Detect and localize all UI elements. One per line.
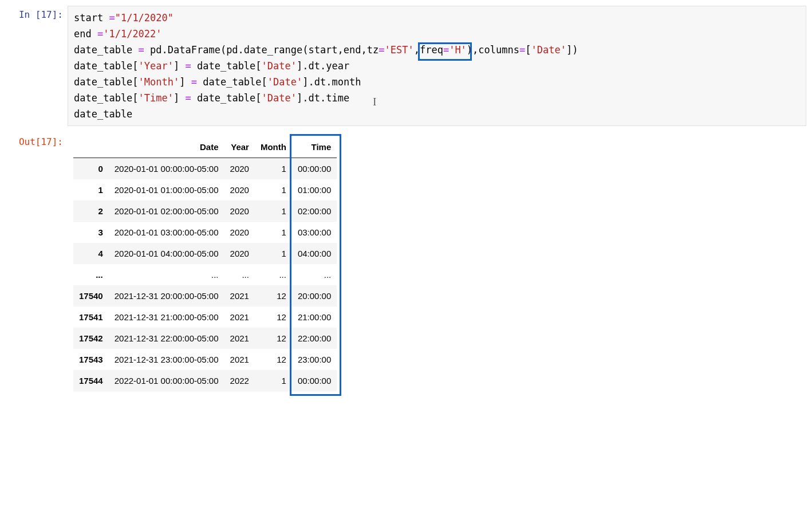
code-text: ].dt.time xyxy=(297,92,349,104)
cell-time: 00:00:00 xyxy=(292,158,337,180)
code-text: ]) xyxy=(566,44,578,56)
row-index: 0 xyxy=(73,158,109,180)
table-row: 22020-01-01 02:00:00-05:002020102:00:00 xyxy=(73,201,337,222)
cell-date: 2021-12-31 20:00:00-05:00 xyxy=(109,285,224,306)
code-text: date_table[ xyxy=(191,60,262,72)
row-index: 1 xyxy=(73,179,109,201)
cell-year: 2020 xyxy=(224,179,255,201)
cell-year: 2020 xyxy=(224,222,255,243)
cell-time: 21:00:00 xyxy=(292,306,337,328)
table-row: 175422021-12-31 22:00:00-05:0020211222:0… xyxy=(73,328,337,349)
cell-time: 01:00:00 xyxy=(292,179,337,201)
row-index: 17543 xyxy=(73,349,109,370)
code-text: 'EST' xyxy=(385,44,414,56)
col-header-month: Month xyxy=(255,136,292,158)
cell-month: 1 xyxy=(255,158,292,180)
code-text: = xyxy=(191,76,197,88)
cell-month: 12 xyxy=(255,349,292,370)
code-text: 'Date' xyxy=(531,44,566,56)
code-text: freq xyxy=(420,44,443,56)
cell-date: 2020-01-01 03:00:00-05:00 xyxy=(109,222,224,243)
cell-date: 2020-01-01 04:00:00-05:00 xyxy=(109,243,224,264)
code-text: = xyxy=(97,28,103,40)
code-text: = xyxy=(186,60,191,72)
table-header-row: Date Year Month Time xyxy=(73,136,337,158)
cell-date: 2021-12-31 23:00:00-05:00 xyxy=(109,349,224,370)
table-row: 175432021-12-31 23:00:00-05:0020211223:0… xyxy=(73,349,337,370)
code-text: ].dt.month xyxy=(302,76,361,88)
cell-time: ... xyxy=(292,264,337,285)
cell-date: 2021-12-31 22:00:00-05:00 xyxy=(109,328,224,349)
cell-time: 22:00:00 xyxy=(292,328,337,349)
col-header-year: Year xyxy=(224,136,255,158)
cell-date: 2021-12-31 21:00:00-05:00 xyxy=(109,306,224,328)
cell-month: 12 xyxy=(255,328,292,349)
table-row: 42020-01-01 04:00:00-05:002020104:00:00 xyxy=(73,243,337,264)
code-text: ),columns xyxy=(467,44,519,56)
code-text: ].dt.year xyxy=(297,60,349,72)
code-text: , xyxy=(414,44,420,56)
cell-year: 2021 xyxy=(224,349,255,370)
table-row: ............... xyxy=(73,264,337,285)
cell-time: 03:00:00 xyxy=(292,222,337,243)
code-text: 'H' xyxy=(449,44,467,56)
code-input[interactable]: start ="1/1/2020" end ='1/1/2022' date_t… xyxy=(68,6,806,126)
cell-date: 2020-01-01 02:00:00-05:00 xyxy=(109,201,224,222)
cell-time: 23:00:00 xyxy=(292,349,337,370)
text-cursor-icon: I xyxy=(373,94,376,111)
code-text: = xyxy=(443,44,449,56)
code-text: date_table[ xyxy=(191,92,262,104)
cell-month: 1 xyxy=(255,179,292,201)
code-text: date_table[ xyxy=(197,76,267,88)
code-text: = xyxy=(379,44,384,56)
input-prompt: In [17]: xyxy=(0,6,68,20)
code-text: date_table xyxy=(74,44,139,56)
row-index: 4 xyxy=(73,243,109,264)
dataframe-table: Date Year Month Time 02020-01-01 00:00:0… xyxy=(73,136,337,391)
cell-year: 2020 xyxy=(224,243,255,264)
index-header xyxy=(73,136,109,158)
code-text: '1/1/2022' xyxy=(103,28,161,40)
table-row: 32020-01-01 03:00:00-05:002020103:00:00 xyxy=(73,222,337,243)
row-index: ... xyxy=(73,264,109,285)
row-index: 3 xyxy=(73,222,109,243)
code-text: end xyxy=(74,28,97,40)
table-row: 02020-01-01 00:00:00-05:002020100:00:00 xyxy=(73,158,337,180)
cell-month: 12 xyxy=(255,306,292,328)
code-text: ] xyxy=(174,92,185,104)
cell-year: 2021 xyxy=(224,306,255,328)
code-text: ] xyxy=(174,60,185,72)
cell-year: ... xyxy=(224,264,255,285)
cell-date: 2022-01-01 00:00:00-05:00 xyxy=(109,370,224,391)
cell-date: 2020-01-01 01:00:00-05:00 xyxy=(109,179,224,201)
cell-time: 04:00:00 xyxy=(292,243,337,264)
code-text: 'Year' xyxy=(139,60,174,72)
output-prompt: Out[17]: xyxy=(0,133,68,147)
row-index: 17540 xyxy=(73,285,109,306)
cell-date: ... xyxy=(109,264,224,285)
code-text: [ xyxy=(525,44,531,56)
code-text: 'Date' xyxy=(267,76,302,88)
code-text: 'Time' xyxy=(139,92,174,104)
col-header-date: Date xyxy=(109,136,224,158)
table-row: 175412021-12-31 21:00:00-05:0020211221:0… xyxy=(73,306,337,328)
cell-year: 2021 xyxy=(224,328,255,349)
table-row: 175442022-01-01 00:00:00-05:002022100:00… xyxy=(73,370,337,391)
code-text: date_table[ xyxy=(74,60,139,72)
cell-date: 2020-01-01 00:00:00-05:00 xyxy=(109,158,224,180)
code-text: = xyxy=(519,44,525,56)
code-text: date_table xyxy=(74,108,132,120)
cell-year: 2020 xyxy=(224,158,255,180)
code-text: date_table[ xyxy=(74,92,139,104)
row-index: 17542 xyxy=(73,328,109,349)
cell-month: 1 xyxy=(255,201,292,222)
code-text: 'Date' xyxy=(262,92,297,104)
code-text: "1/1/2020" xyxy=(115,12,174,23)
col-header-time: Time xyxy=(292,136,337,158)
code-text: ] xyxy=(179,76,191,88)
row-index: 17544 xyxy=(73,370,109,391)
row-index: 17541 xyxy=(73,306,109,328)
table-row: 175402021-12-31 20:00:00-05:0020211220:0… xyxy=(73,285,337,306)
cell-year: 2021 xyxy=(224,285,255,306)
cell-year: 2022 xyxy=(224,370,255,391)
